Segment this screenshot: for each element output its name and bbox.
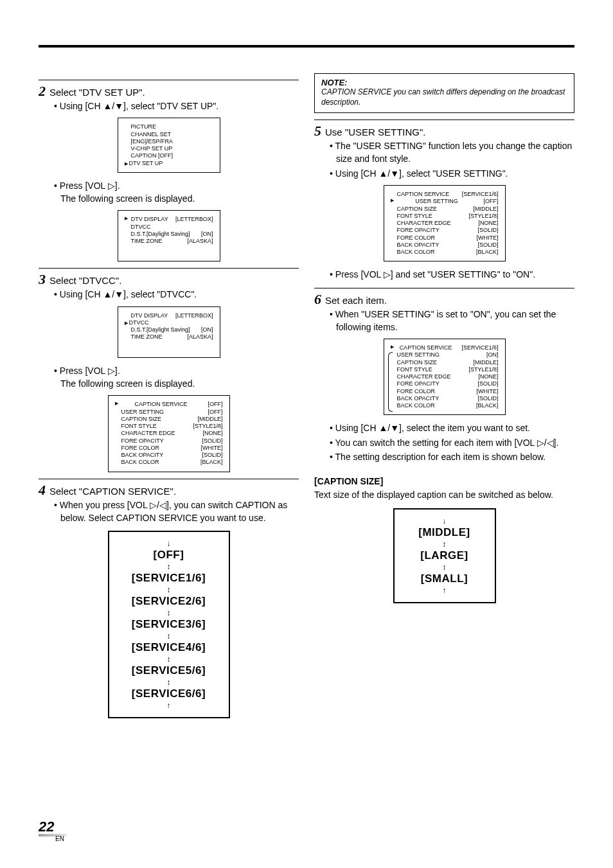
menu-key: CAPTION SERVICE (400, 344, 452, 351)
arrow-up-icon: ↑ (400, 587, 490, 594)
step-6-header: 6 Set each item. (314, 292, 574, 306)
menu-key: BACK OPACITY (397, 395, 440, 402)
menu-row: CHARACTER EDGE[NONE] (391, 373, 499, 380)
step-5-number: 5 (314, 124, 321, 138)
step-2-bullet-2-text: Press [VOL ▷]. (60, 181, 120, 191)
step-2-bullet-2-after: The following screen is displayed. (60, 193, 195, 204)
arrow-updown-icon: ↕ (114, 678, 224, 686)
menu-val: [OFF] (204, 401, 222, 408)
menu-row: FORE COLOR[WHITE] (115, 445, 223, 452)
page-header-rule (39, 45, 574, 48)
page-lang: EN (55, 835, 67, 842)
menu-row: CAPTION SERVICE[SERVICE1/6] (391, 191, 499, 198)
step-2-bullet-2: Press [VOL ▷]. The following screen is d… (54, 179, 299, 206)
step-6-bullet-4: The setting description for each item is… (330, 450, 574, 463)
arrow-updown-icon: ↕ (400, 540, 490, 548)
menu-val: [OFF] (204, 409, 223, 416)
menu-row: FORE OPACITY[SOLID] (391, 227, 499, 234)
step-5-menu: CAPTION SERVICE[SERVICE1/6] USER SETTING… (384, 185, 506, 261)
menu-val: [SERVICE1/6] (458, 191, 499, 198)
menu-row: BACK COLOR[BLACK] (391, 249, 499, 256)
menu-val: [SERVICE1/6] (458, 344, 499, 351)
menu-val: [MIDDLE] (193, 416, 222, 423)
menu-key: TIME ZONE (131, 333, 163, 341)
cycle-option: [SERVICE1/6] (114, 572, 224, 585)
step-3-bullet-1: Using [CH ▲/▼], select "DTVCC". (54, 288, 299, 301)
menu-key: TIME ZONE (131, 238, 163, 245)
menu-item-selected: DTV SET UP (125, 160, 213, 167)
arrow-down-icon: ↓ (400, 517, 490, 525)
step-6-bullet-2: Using [CH ▲/▼], select the item you want… (330, 421, 574, 434)
menu-key: FORE OPACITY (121, 438, 164, 445)
menu-val: [LETTERBOX] (172, 216, 213, 223)
arrow-updown-icon: ↕ (114, 586, 224, 594)
cycle-option: [LARGE] (400, 549, 490, 562)
menu-val: [ALASKA] (183, 333, 213, 341)
menu-row: BACK COLOR[BLACK] (391, 402, 499, 409)
menu-key: FORE COLOR (397, 235, 436, 242)
menu-key: D.S.T.[Daylight Saving] (131, 326, 190, 333)
menu-val: [SOLID] (474, 242, 498, 249)
menu-row: DTV DISPLAY[LETTERBOX] (125, 312, 213, 319)
menu-row: D.S.T.[Daylight Saving][ON] (125, 326, 213, 333)
menu-val: [WHITE] (473, 388, 499, 395)
arrow-updown-icon: ↕ (114, 609, 224, 617)
menu-val: [SOLID] (198, 438, 222, 445)
menu-row: D.S.T.[Daylight Saving][ON] (125, 231, 213, 238)
menu-key: D.S.T.[Daylight Saving] (131, 231, 190, 238)
menu-key: CAPTION SERVICE (397, 191, 450, 198)
menu-row: FONT STYLE[STYLE1/8] (391, 213, 499, 220)
step-2-menu-2: DTV DISPLAY[LETTERBOX] DTVCC D.S.T.[Dayl… (118, 210, 220, 261)
arrow-up-icon: ↑ (114, 702, 224, 709)
menu-key: CAPTION SIZE (397, 206, 438, 213)
step-3-bullets-2: Press [VOL ▷]. The following screen is d… (39, 364, 299, 391)
menu-key: USER SETTING (121, 409, 164, 416)
menu-val: [ALASKA] (183, 238, 213, 245)
menu-item: CAPTION [OFF] (125, 152, 213, 159)
menu-row: TIME ZONE[ALASKA] (125, 333, 213, 341)
cycle-option: [SERVICE2/6] (114, 595, 224, 608)
menu-val: [BLACK] (197, 459, 223, 466)
cycle-option: [OFF] (114, 549, 224, 562)
menu-key: USER SETTING (397, 351, 440, 359)
step-4-number: 4 (39, 483, 46, 497)
step-2-header: 2 Select "DTV SET UP". (39, 84, 299, 98)
menu-key: DTV DISPLAY (131, 312, 168, 319)
menu-item: CHANNEL SET (125, 131, 213, 138)
menu-key: FONT STYLE (397, 213, 432, 220)
step-5-bullet-2: Using [CH ▲/▼], select "USER SETTING". (330, 167, 574, 180)
step-5-header: 5 Use "USER SETTING". (314, 124, 574, 138)
step-3-number: 3 (39, 272, 46, 287)
menu-val: [NONE] (199, 430, 222, 437)
note-title: NOTE: (321, 78, 567, 87)
step-3-bullets: Using [CH ▲/▼], select "DTVCC". (39, 288, 299, 301)
menu-val: [SOLID] (474, 227, 498, 234)
step-3-bullet-2-text: Press [VOL ▷]. (60, 366, 120, 376)
menu-val: [OFF] (479, 198, 498, 205)
menu-item: V-CHIP SET UP (125, 145, 213, 152)
step-2-rule (39, 80, 299, 80)
caption-size-para: Text size of the displayed caption can b… (314, 489, 574, 502)
cycle-option: [SMALL] (400, 572, 490, 585)
note-box: NOTE: CAPTION SERVICE you can switch dif… (314, 73, 574, 113)
caption-size-heading: [CAPTION SIZE] (314, 476, 574, 486)
menu-key: BACK COLOR (121, 459, 159, 466)
menu-row-selected: DTVCC (125, 319, 213, 326)
step-6-number: 6 (314, 292, 321, 306)
menu-val: [LETTERBOX] (172, 312, 213, 319)
menu-key: BACK OPACITY (397, 242, 440, 249)
menu-row: FONT STYLE[STYLE1/8] (391, 366, 499, 373)
menu-val: [WHITE] (197, 445, 223, 452)
arrow-updown-icon: ↕ (400, 563, 490, 571)
step-3-menu-1: DTV DISPLAY[LETTERBOX] DTVCC D.S.T.[Dayl… (118, 306, 220, 358)
step-2-title: Select "DTV SET UP". (49, 87, 145, 98)
menu-val: [NONE] (474, 373, 498, 380)
menu-val: [ON] (197, 326, 213, 333)
cycle-option: [SERVICE3/6] (114, 618, 224, 631)
menu-val: [STYLE1/8] (189, 423, 222, 430)
step-3-title: Select "DTVCC". (49, 275, 121, 286)
step-2-number: 2 (39, 84, 46, 98)
step-3-bullet-2: Press [VOL ▷]. The following screen is d… (54, 364, 299, 391)
menu-val: [WHITE] (473, 235, 499, 242)
step-3-bullet-2-after: The following screen is displayed. (60, 378, 195, 389)
